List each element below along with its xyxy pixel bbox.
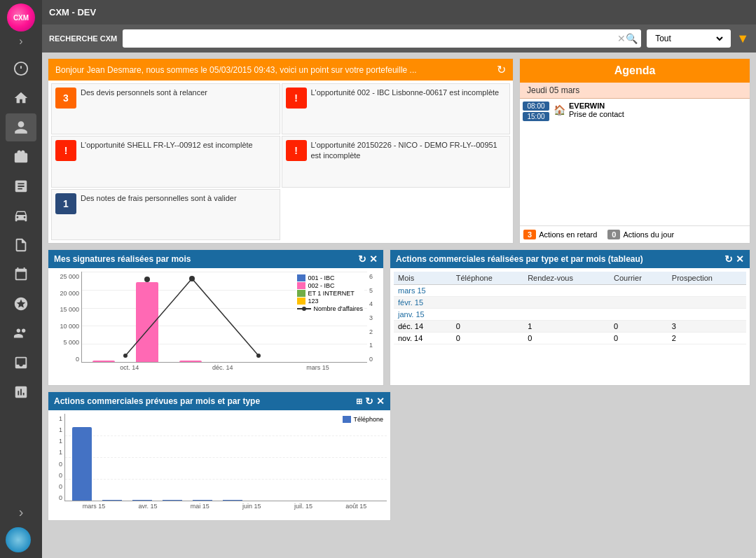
agenda-header: Agenda (520, 59, 750, 83)
legend-123: 123 (297, 298, 363, 305)
prevues-chart-main: Téléphone (64, 414, 387, 501)
bar-group-mars (179, 361, 202, 362)
bottom-widget-row: Actions commerciales prévues par mois et… (48, 391, 750, 521)
actions-table-tbody: mars 15 févr. 15 (394, 285, 746, 344)
mois-link-janv15[interactable]: janv. 15 (398, 310, 425, 319)
cell-prosp-nov14: 2 (668, 333, 746, 344)
alert-text-2: L'opportunité 002 - IBC Lisbonne-00617 e… (311, 88, 500, 98)
sidebar-icon-expand[interactable]: › (6, 498, 36, 526)
alert-card-1[interactable]: 3 Des devis personnels sont à relancer (51, 83, 280, 134)
cell-prosp-dec14: 3 (668, 321, 746, 333)
mois-link-mars15[interactable]: mars 15 (398, 286, 426, 295)
user-avatar[interactable] (6, 527, 31, 552)
mois-link-fevr15[interactable]: févr. 15 (398, 298, 423, 307)
col-prosp: Prospection (668, 272, 746, 285)
sidebar-icon-calendar[interactable] (6, 260, 36, 288)
sidebar-icon-stats[interactable] (6, 378, 36, 406)
prevues-legend-label: Téléphone (353, 416, 383, 423)
search-clear-icon[interactable]: ✕ (617, 33, 626, 44)
content-area: Bonjour Jean Desmare, nous sommes le 05/… (42, 53, 756, 558)
agenda-event-1: 08:00 15:00 🏠 EVERWIN Prise de contact (523, 102, 747, 121)
search-input[interactable] (126, 34, 617, 43)
agenda-subject: Prise de contact (569, 110, 624, 118)
actions-table-refresh-btn[interactable]: ↻ (724, 253, 733, 265)
signatures-refresh-btn[interactable]: ↻ (358, 253, 366, 265)
sidebar-icon-documents[interactable] (6, 231, 36, 259)
sidebar-icon-home[interactable] (6, 84, 36, 112)
chart-dot (144, 277, 150, 282)
legend-label-123: 123 (308, 298, 318, 305)
table-row: janv. 15 (394, 309, 746, 321)
sidebar-icon-people[interactable] (6, 319, 36, 347)
welcome-refresh-btn[interactable]: ↻ (497, 63, 506, 76)
table-header-row: Mois Téléphone Rendez-vous Courrier Pros… (394, 272, 746, 285)
sidebar-expand-btn[interactable]: › (11, 35, 32, 49)
col-telephone: Téléphone (452, 272, 523, 285)
x-label-aout15: août 15 (345, 503, 366, 510)
alert-card-4[interactable]: ! L'opportunité 20150226 - NICO - DEMO F… (282, 136, 511, 188)
actions-table-close-btn[interactable]: ✕ (736, 253, 744, 265)
sidebar-icon-notifications[interactable] (6, 55, 36, 83)
bar-avr15 (102, 500, 122, 501)
bar-juil15 (193, 500, 212, 501)
signatures-close-btn[interactable]: ✕ (369, 253, 378, 265)
actions-table-header: Actions commerciales réalisées par type … (390, 250, 750, 268)
actions-prevues-config-btn[interactable]: ⊞ (356, 397, 362, 406)
search-label: RECHERCHE CXM (49, 34, 117, 43)
topbar: CXM - DEV (42, 0, 756, 25)
search-dropdown[interactable]: Tout Clients Prospects Opportunités (647, 29, 731, 48)
actions-table-title: Actions commerciales réalisées par type … (396, 254, 643, 264)
bar-mai15 (132, 500, 152, 501)
welcome-agenda-row: Bonjour Jean Desmare, nous sommes le 05/… (48, 58, 750, 244)
actions-prevues-close-btn[interactable]: ✕ (376, 396, 385, 407)
cell-rdv-dec14: 1 (523, 321, 610, 333)
cell-rdv-fevr15 (523, 297, 610, 309)
sidebar-icon-business[interactable] (6, 143, 36, 171)
x-label-mai15: mai 15 (191, 503, 209, 510)
alert-text-5: Des notes de frais personnelles sont à v… (81, 193, 237, 204)
x-label-mars: mars 15 (306, 364, 329, 371)
agenda-company: EVERWIN (569, 102, 624, 110)
searchbar: RECHERCHE CXM ✕ 🔍 Tout Clients Prospects… (42, 25, 756, 53)
cell-tel-fevr15 (452, 297, 523, 309)
cell-tel-dec14: 0 (452, 321, 523, 333)
search-filter-icon[interactable]: ▼ (736, 32, 749, 46)
agenda-event-details: EVERWIN Prise de contact (569, 102, 624, 118)
bar-group-avr15 (102, 500, 122, 501)
alert-badge-2: ! (286, 88, 307, 109)
x-label-avr15: avr. 15 (138, 503, 157, 510)
alert-card-5[interactable]: 1 Des notes de frais personnelles sont à… (51, 189, 280, 240)
alert-card-3[interactable]: ! L'opportunité SHELL FR-LY--00912 est i… (51, 136, 280, 188)
app-logo[interactable]: CXM (7, 4, 35, 32)
bar-group-oct (92, 361, 115, 362)
search-dropdown-select[interactable]: Tout Clients Prospects Opportunités (652, 33, 725, 44)
legend-001-ibc: 001 - IBC (297, 274, 363, 281)
cell-mois-janv15: janv. 15 (394, 309, 452, 321)
actions-table-widget-actions: ↻ ✕ (724, 253, 744, 265)
agenda-time-col: 08:00 15:00 (523, 102, 549, 121)
bar-mars15 (72, 427, 92, 501)
sidebar-icon-car[interactable] (6, 202, 36, 230)
today-count-badge: 0 (607, 230, 620, 239)
agenda-title: Agenda (614, 64, 656, 76)
bar-group-mars15 (72, 427, 92, 501)
legend-label-001: 001 - IBC (308, 274, 334, 281)
alert-badge-5: 1 (55, 193, 76, 214)
legend-label-nombre: Nombre d'affaires (313, 305, 363, 312)
alert-card-2[interactable]: ! L'opportunité 002 - IBC Lisbonne-00617… (282, 83, 511, 134)
sidebar-icon-inbox[interactable] (6, 349, 36, 377)
legend-label-002: 002 - IBC (308, 282, 334, 289)
actions-prevues-refresh-btn[interactable]: ↻ (365, 396, 373, 407)
bar-group-aout15 (223, 500, 242, 501)
legend-color-et1 (297, 290, 305, 297)
sidebar-icon-contacts[interactable] (6, 113, 36, 141)
agenda-late-actions: 3 Actions en retard (523, 230, 597, 239)
cell-tel-janv15 (452, 309, 523, 321)
sidebar-icon-chart[interactable] (6, 290, 36, 318)
agenda-time-end: 15:00 (523, 112, 549, 121)
search-magnify-icon[interactable]: 🔍 (626, 33, 638, 44)
cell-mois-mars15: mars 15 (394, 285, 452, 297)
sidebar-icon-calculator[interactable] (6, 172, 36, 200)
agenda-panel: Agenda Jeudi 05 mars 08:00 15:00 (519, 58, 750, 244)
x-label-juin15: juin 15 (242, 503, 261, 510)
